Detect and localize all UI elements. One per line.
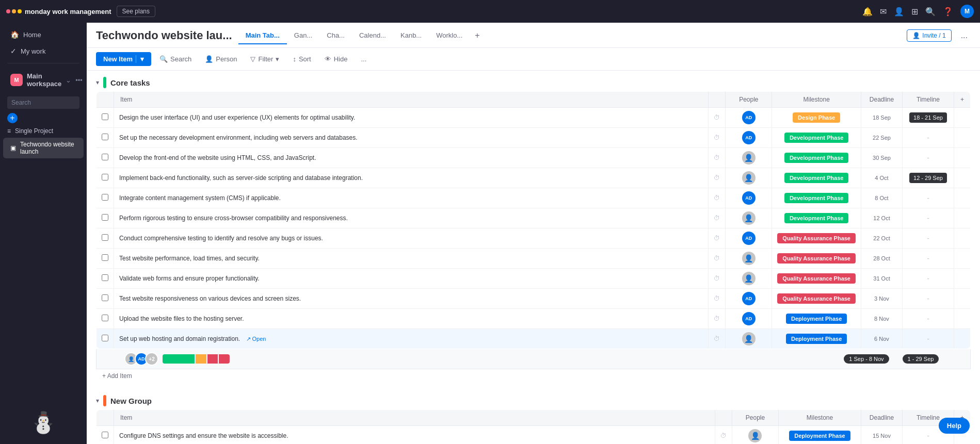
sidebar-item-home[interactable]: 🏠 Home — [3, 27, 84, 42]
people-cell: AD — [726, 108, 772, 128]
row-checkbox[interactable] — [102, 274, 108, 281]
row-checkbox[interactable] — [102, 254, 108, 261]
help-icon[interactable]: ❓ — [943, 7, 953, 17]
invite-button[interactable]: 👤 Invite / 1 — [907, 29, 951, 42]
row-checkbox[interactable] — [102, 315, 108, 321]
item-cell: Design the user interface (UI) and user … — [114, 108, 709, 128]
notifications-icon[interactable]: 🔔 — [862, 7, 873, 17]
row-checkbox[interactable] — [102, 154, 108, 160]
row-checkbox[interactable] — [102, 113, 108, 120]
filter-button[interactable]: ▽ Filter ▾ — [245, 53, 284, 65]
inbox-icon[interactable]: ✉ — [880, 7, 887, 17]
milestone-badge: Design Phase — [793, 112, 840, 123]
checkbox-cell[interactable] — [97, 228, 114, 249]
more-toolbar-button[interactable]: ... — [356, 53, 372, 65]
apps-icon[interactable]: ⊞ — [911, 7, 918, 17]
help-button[interactable]: Help — [939, 418, 970, 434]
item-text: Configure DNS settings and ensure the we… — [119, 432, 288, 439]
workspace-chevron[interactable]: ⌄ — [66, 76, 71, 84]
group-expand-button-2[interactable]: ▾ — [96, 397, 99, 404]
item-text: Design the user interface (UI) and user … — [119, 114, 355, 121]
checkbox-cell[interactable] — [97, 128, 114, 148]
clock-cell: ⏱ — [709, 249, 726, 269]
tab-gantt[interactable]: Gan... — [287, 27, 319, 44]
table-row: Test website performance, load times, an… — [97, 249, 971, 269]
row-checkbox[interactable] — [102, 174, 108, 180]
sidebar-search-input[interactable] — [7, 96, 79, 109]
hide-button[interactable]: 👁 Hide — [319, 53, 353, 65]
row-checkbox[interactable] — [102, 335, 108, 341]
milestone-cell: Quality Assurance Phase — [772, 289, 861, 309]
checkbox-cell[interactable] — [97, 208, 114, 228]
workspace-more-icon[interactable]: ••• — [75, 76, 83, 84]
new-item-button[interactable]: New Item ▾ — [96, 52, 151, 66]
tab-kanban[interactable]: Kanb... — [393, 27, 429, 44]
item-text: Upload the website files to the hosting … — [119, 315, 244, 322]
tab-chart[interactable]: Cha... — [319, 27, 352, 44]
new-item-arrow[interactable]: ▾ — [136, 55, 144, 63]
search-icon[interactable]: 🔍 — [925, 7, 936, 17]
row-checkbox[interactable] — [102, 294, 108, 301]
add-item-button-core[interactable]: + Add Item — [96, 369, 971, 383]
checkbox-cell[interactable] — [97, 188, 114, 208]
checkbox-cell[interactable] — [97, 108, 114, 128]
ng-th-clock — [715, 410, 732, 426]
sidebar-item-techwondo[interactable]: ▣ Techwondo website launch — [3, 138, 84, 158]
timeline-cell: 12 - 29 Sep — [902, 168, 954, 188]
user-avatar[interactable]: M — [960, 5, 974, 18]
row-checkbox[interactable] — [102, 194, 108, 201]
footer-timeline-badge: 1 - 29 Sep — [903, 354, 939, 364]
avatar: AD — [742, 232, 756, 245]
person-button[interactable]: 👤 Person — [200, 53, 242, 65]
group-expand-button[interactable]: ▾ — [96, 79, 99, 86]
checkbox-cell[interactable] — [97, 309, 114, 329]
sidebar-decoration: ⛄ — [0, 405, 87, 440]
deadline-cell: 8 Oct — [861, 188, 902, 208]
th-milestone: Milestone — [772, 92, 861, 108]
sidebar-item-home-label: Home — [23, 31, 41, 39]
row-checkbox[interactable] — [102, 234, 108, 241]
row-checkbox[interactable] — [102, 432, 108, 438]
checkbox-cell[interactable] — [97, 249, 114, 269]
add-workspace-item-button[interactable]: + — [7, 113, 18, 123]
table-row: Configure DNS settings and ensure the we… — [97, 426, 971, 445]
project-more-button[interactable]: ... — [958, 29, 971, 42]
checkbox-cell[interactable] — [97, 148, 114, 168]
checkbox-cell[interactable] — [97, 269, 114, 289]
tab-calendar[interactable]: Calend... — [352, 27, 393, 44]
search-button[interactable]: 🔍 Search — [154, 53, 197, 65]
checkbox-cell[interactable] — [97, 426, 114, 445]
sort-button[interactable]: ↕ Sort — [287, 53, 316, 65]
deadline-cell: 6 Nov — [861, 329, 902, 349]
footer-date-badge: 1 Sep - 8 Nov — [844, 354, 889, 364]
tab-workload[interactable]: Worklo... — [429, 27, 470, 44]
deadline-cell: 4 Oct — [861, 168, 902, 188]
hide-label: Hide — [334, 55, 348, 63]
checkbox-cell[interactable] — [97, 168, 114, 188]
board-icon: ▣ — [10, 144, 16, 152]
avatar: AD — [742, 312, 756, 325]
timeline-cell: - — [902, 249, 954, 269]
ng-th-milestone: Milestone — [778, 410, 861, 426]
see-plans-button[interactable]: See plans — [117, 6, 155, 17]
core-tasks-table: Item People Milestone Deadline Timeline … — [96, 91, 971, 349]
checkbox-cell[interactable] — [97, 289, 114, 309]
timeline-cell: - — [902, 128, 954, 148]
th-add-col[interactable]: + — [954, 92, 970, 108]
row-checkbox[interactable] — [102, 134, 108, 140]
checkbox-cell[interactable] — [97, 329, 114, 349]
summary-seg-red — [207, 354, 218, 364]
item-cell: Implement back-end functionality, such a… — [114, 168, 709, 188]
tab-main[interactable]: Main Tab... — [238, 27, 287, 44]
item-text: Test website responsiveness on various d… — [119, 295, 301, 302]
sidebar-item-mywork[interactable]: ✓ My work — [3, 43, 84, 59]
th-timeline: Timeline — [902, 92, 954, 108]
open-link[interactable]: ↗ Open — [246, 336, 266, 342]
table-row: Implement back-end functionality, such a… — [97, 168, 971, 188]
add-tab-button[interactable]: + — [470, 27, 485, 44]
sort-label: Sort — [299, 55, 311, 63]
main-content: Techwondo website lau... Main Tab... Gan… — [87, 23, 980, 444]
contacts-icon[interactable]: 👤 — [894, 7, 904, 17]
row-checkbox[interactable] — [102, 214, 108, 221]
sidebar-item-single-project[interactable]: ≡ Single Project — [0, 124, 87, 138]
